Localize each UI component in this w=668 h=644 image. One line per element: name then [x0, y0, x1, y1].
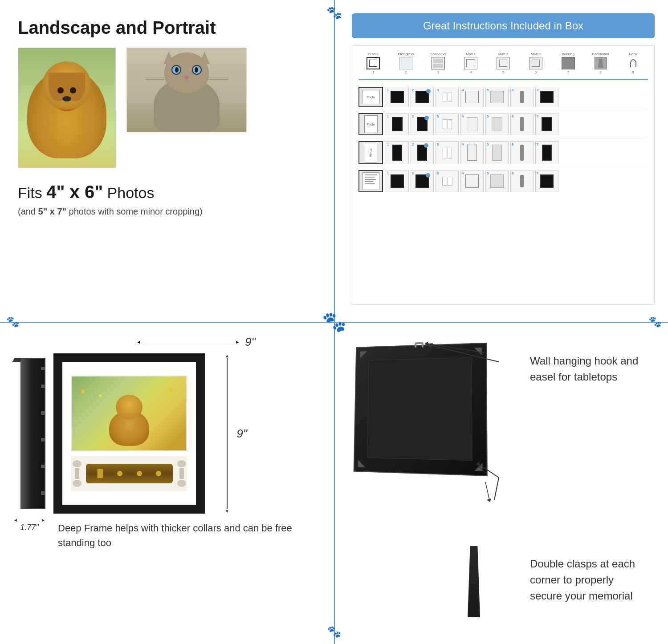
fits-sub-text: (and 5" x 7" photos with some minor crop… — [18, 207, 316, 217]
landscape-portrait-title: Landscape and Portrait — [18, 18, 316, 38]
instruction-row-1: Photo 1 2 3 — [358, 84, 648, 110]
top-right-quadrant: Great Instructions Included in Box Frame… — [334, 0, 668, 322]
svg-line-8 — [485, 482, 490, 502]
cat-photo — [126, 48, 247, 132]
part-matt1: Matt 1 4 — [456, 52, 486, 74]
wall-hanging-annotation: Wall hanging hook and easel for tabletop… — [530, 353, 641, 385]
height-dimension: ▲ ▼ — [225, 353, 229, 514]
svg-line-2 — [494, 478, 499, 500]
top-center-paw-icon: 🐾 — [326, 5, 342, 20]
frame-back-illustration — [347, 335, 517, 631]
bottom-right-quadrant: Wall hanging hook and easel for tabletop… — [334, 322, 668, 644]
frame-side-view: ◄ ► 1.77" — [13, 358, 45, 509]
part-plexiglass: Plexiglass 2 — [391, 52, 421, 74]
fits-photos-text: Fits 4" x 6" Photos — [18, 182, 316, 202]
fits-photos: Photos — [103, 184, 154, 201]
deep-frame-caption: Deep Frame helps with thicker collars an… — [58, 521, 325, 550]
left-mid-paw-icon: 🐾 — [6, 316, 20, 328]
frame-front-view: ▲ ▼ 9" — [53, 353, 205, 514]
fits-size: 4" x 6" — [46, 182, 103, 202]
width-dimension-label: ◄ ► 9" — [67, 335, 325, 349]
parts-row: Frame 1 Plexiglass 2 Spacer x2 — [358, 52, 648, 80]
top-left-quadrant: Landscape and Portrait — [0, 0, 334, 322]
part-frame: Frame 1 — [358, 52, 388, 74]
part-hook: Hook 9 — [618, 52, 648, 74]
part-matt3: Matt 3 6 — [521, 52, 550, 74]
fits-label: Fits — [18, 184, 46, 201]
instruction-row-4: 1 2 3 — [358, 167, 648, 195]
part-matt2: Matt 2 5 — [489, 52, 518, 74]
instructions-diagram: Frame 1 Plexiglass 2 Spacer x2 — [352, 45, 655, 305]
instruction-row-2: Photo 1 2 3 — [358, 110, 648, 138]
instruction-row-3: Photo 1 2 3 — [358, 138, 648, 167]
center-paw-icon: 🐾 — [322, 310, 346, 333]
svg-marker-9 — [487, 498, 491, 502]
dog-photo — [18, 48, 116, 168]
instructions-header: Great Instructions Included in Box — [352, 13, 655, 38]
part-spacer: Spacer x2 3 — [424, 52, 453, 74]
part-backing: Backing 7 — [553, 52, 583, 74]
bottom-center-paw-icon: 🐾 — [327, 625, 341, 639]
right-mid-paw-icon: 🐾 — [648, 316, 662, 328]
bottom-left-quadrant: ◄ ► 9" ◄ — [0, 322, 334, 644]
photos-container — [18, 48, 316, 168]
double-clasps-annotation: Double clasps at each corner to properly… — [530, 556, 641, 604]
part-backboard: Backboard 8 — [586, 52, 615, 74]
